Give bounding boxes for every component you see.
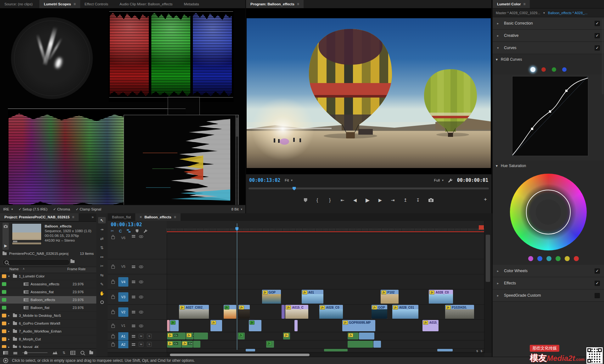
slip-tool[interactable]: ⇆ [98,272,106,278]
track-header[interactable]: V1 [108,320,167,332]
filmstrip-icon[interactable] [70,351,76,355]
source-patch-icon[interactable] [132,335,135,338]
zoom-slider[interactable] [22,352,48,353]
lock-icon[interactable] [111,281,115,284]
track-header[interactable]: V4 [108,274,167,289]
track-lane[interactable]: fx A027_C002_ fx fx [167,305,484,320]
source-patch-icon[interactable] [132,343,135,346]
solo-button[interactable]: S [147,342,152,347]
track-lane[interactable]: fx GOP fx A01 fx P102 [167,289,484,305]
timeline-clip[interactable]: fx A015_ [422,320,438,331]
hue-swatch[interactable] [537,256,542,261]
lock-icon[interactable] [111,335,115,338]
rgb-curve-editor[interactable] [512,76,588,156]
sequence-clip-label[interactable]: Balloon_effects * A028_... [548,11,588,15]
tab-project[interactable]: Project: PremiereProCC_NAB_032615 ≡ [0,213,79,221]
timeline-clip[interactable]: fx [266,341,274,348]
poster-frame-camera-icon[interactable] [3,225,8,228]
hue-swatch[interactable] [574,256,579,261]
eye-toggle-icon[interactable] [139,235,143,238]
lock-icon[interactable] [111,236,115,239]
section-speedgrade-custom[interactable]: ▸ SpeedGrade Custom [493,289,604,302]
chevron-down-icon[interactable]: ▾ [497,46,500,50]
lock-icon[interactable] [111,325,115,328]
curve-point[interactable] [565,90,568,92]
eye-toggle-icon[interactable] [139,311,143,314]
solo-button[interactable]: S [147,334,152,339]
bit-depth-dropdown[interactable]: 8 Bit ▾ [231,207,242,211]
timeline-settings-wrench-icon[interactable] [143,229,148,233]
timeline-clip[interactable]: fx GOPR0095.MP [342,320,375,331]
panel-tab[interactable]: Source: (no clips) [0,0,39,8]
lift-button[interactable]: ↥ [403,198,408,203]
track-target-button[interactable]: V1 [118,323,128,329]
sort-icons[interactable]: ⇅ [62,351,65,355]
eye-toggle-icon[interactable] [139,265,143,268]
export-frame-camera-icon[interactable] [428,198,434,202]
selection-tool[interactable]: ↖ [98,217,106,223]
timeline-timecode[interactable]: 00:00:13:02 [111,222,142,227]
nest-sequence-icon[interactable] [127,229,131,232]
track-lane[interactable] [167,259,484,274]
panel-menu-icon[interactable]: ≡ [523,0,525,8]
section-enable-checkbox[interactable]: ✓ [595,33,600,38]
curve-channel-dot[interactable] [541,67,546,72]
lock-icon[interactable] [111,266,115,269]
zoom-level-dropdown[interactable]: Fit ▾ [285,178,292,182]
curve-channel-dot[interactable] [562,67,567,72]
timeline-clip[interactable]: fx GOP [372,305,387,319]
hue-swatch[interactable] [546,256,551,261]
panel-tab[interactable]: Effect Controls [80,0,115,8]
timeline-clip[interactable]: fx A015_C [285,305,308,319]
hand-tool[interactable]: ✋ [98,290,106,296]
track-target-button[interactable]: V2 [118,307,128,317]
icon-view-icon[interactable] [13,351,17,355]
go-to-out-button[interactable]: ⇥ [390,198,395,203]
section-basic-correction[interactable]: ▸ Basic Correction ✓ [493,17,604,30]
panel-tab[interactable]: Lumetri Scopes ≡ [39,0,80,8]
project-item[interactable]: ▸ 6_GoPro Cineform Workfl [0,320,96,328]
project-file-row[interactable]: PremiereProCC_NAB_032615.prproj 13 Items [3,252,94,255]
source-patch-icon[interactable] [132,235,135,238]
chevron-down-icon[interactable]: ▾ [543,11,545,14]
timeline-clip[interactable]: fx Cc [167,333,186,339]
timeline-clip[interactable] [246,349,255,351]
project-item[interactable]: Assassins_flat 23.976 [0,288,96,296]
step-forward-button[interactable]: ▶ [378,198,383,203]
lock-icon[interactable] [111,296,115,299]
project-item[interactable]: ▸ 9_Nepal_4K [0,343,96,348]
column-frame-rate[interactable]: Frame Rate [67,267,87,271]
playhead-marker[interactable] [293,187,296,190]
timeline-clip[interactable] [324,349,348,351]
track-header[interactable]: V6 [108,234,167,259]
panel-tab[interactable]: Audio Clip Mixer: Balloon_effects [115,0,180,8]
timeline-clip[interactable] [167,320,170,331]
add-marker-icon[interactable] [304,198,307,202]
label-color-chip[interactable] [2,290,6,294]
label-color-chip[interactable] [2,306,6,310]
label-color-chip[interactable] [2,345,6,348]
track-lane[interactable]: fx Cc fx Con [167,340,484,349]
timeline-clip[interactable] [359,333,374,339]
tab-balloon-flat[interactable]: Balloon_flat [108,213,135,221]
mute-button[interactable]: M [139,342,143,347]
play-button[interactable]: ▶ [365,197,370,204]
timeline-clip[interactable]: fx GOP [262,290,281,304]
snap-magnet-icon[interactable]: C [119,229,122,233]
label-color-chip[interactable] [2,298,6,302]
expand-arrow[interactable]: ▸ [8,330,11,333]
chroma-checkbox[interactable]: ✓ Chroma [53,207,70,211]
timeline-clip[interactable] [373,341,381,348]
lock-icon[interactable] [111,344,115,346]
button-editor-plus-icon[interactable]: + [484,196,487,203]
track-lane[interactable] [167,349,484,352]
source-patch-icon[interactable] [132,296,135,298]
timeline-clip[interactable] [193,341,200,348]
timeline-clip[interactable]: fx Cc [186,333,193,339]
list-view-icon[interactable] [3,351,8,355]
track-header[interactable]: V2 [108,305,167,320]
eye-toggle-icon[interactable] [139,324,143,328]
go-to-in-button[interactable]: ⇤ [340,198,345,203]
timeline-clip[interactable]: fx Con [182,341,193,348]
preview-scrubber[interactable] [12,240,41,243]
